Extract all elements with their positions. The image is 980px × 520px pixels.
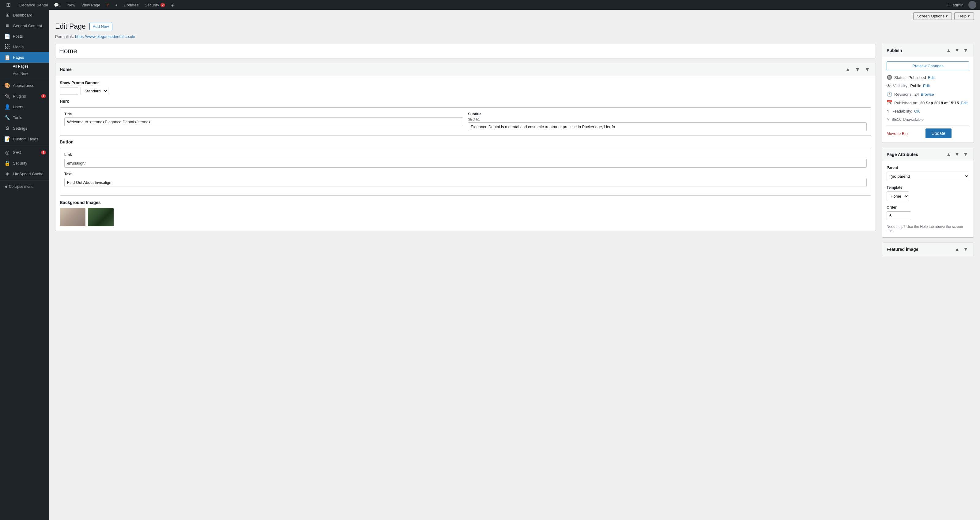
hero-title-input[interactable] bbox=[64, 117, 463, 126]
feat-img-down-button[interactable]: ▼ bbox=[962, 246, 969, 253]
publish-up-button[interactable]: ▲ bbox=[945, 47, 952, 54]
help-button[interactable]: Help ▾ bbox=[954, 12, 974, 20]
sidebar-item-pages[interactable]: 📋 Pages bbox=[0, 52, 49, 63]
litespeed-icon: ◈ bbox=[4, 171, 10, 177]
sidebar-item-general-content[interactable]: ≡ General Content bbox=[0, 21, 49, 31]
promo-banner-label: Show Promo Banner bbox=[60, 81, 871, 85]
text-input[interactable] bbox=[64, 178, 867, 187]
calendar-icon: 📅 bbox=[886, 100, 892, 106]
revisions-browse-link[interactable]: Browse bbox=[921, 92, 934, 97]
sidebar-subitem-add-new[interactable]: Add New bbox=[0, 70, 49, 78]
readability-value[interactable]: OK bbox=[914, 109, 920, 114]
adminbar-view-page[interactable]: View Page bbox=[78, 0, 103, 10]
subtitle-col: Subtitle SEO h1 bbox=[468, 112, 867, 131]
sidebar-item-tools[interactable]: 🔧 Tools bbox=[0, 112, 49, 123]
post-editor: Home ▲ ▼ ▼ Show Promo Banner bbox=[55, 44, 876, 236]
adminbar-new[interactable]: New bbox=[64, 0, 78, 10]
yoast-icon: Y bbox=[107, 3, 109, 7]
sidebar: ⊞ Dashboard ≡ General Content 📄 Posts 🖼 … bbox=[0, 10, 49, 520]
page-attr-down-button[interactable]: ▼ bbox=[953, 151, 961, 158]
template-select[interactable]: Home bbox=[886, 192, 909, 201]
link-field: Link bbox=[64, 153, 867, 168]
publish-divider bbox=[886, 125, 969, 125]
sidebar-item-litespeed[interactable]: ◈ LiteSpeed Cache bbox=[0, 168, 49, 179]
sidebar-item-users[interactable]: 👤 Users bbox=[0, 101, 49, 112]
title-col: Title bbox=[64, 112, 463, 131]
readability-label: Readability: bbox=[891, 109, 912, 114]
published-date: 20 Sep 2018 at 15:15 bbox=[920, 101, 959, 105]
promo-banner-input[interactable] bbox=[60, 87, 78, 95]
metabox-down-button[interactable]: ▼ bbox=[854, 66, 861, 73]
page-title-input[interactable] bbox=[55, 44, 876, 59]
published-edit-link[interactable]: Edit bbox=[961, 101, 967, 105]
page-attr-title: Page Attributes bbox=[886, 152, 918, 157]
order-label: Order bbox=[886, 205, 969, 209]
visibility-edit-link[interactable]: Edit bbox=[923, 84, 930, 88]
adminbar-circle[interactable]: ● bbox=[112, 0, 121, 10]
promo-banner-select[interactable]: Standard bbox=[81, 87, 108, 95]
hero-subtitle-input[interactable] bbox=[468, 122, 867, 131]
adminbar-diamond[interactable]: ◈ bbox=[168, 0, 177, 10]
home-metabox-body: Show Promo Banner Standard Hero bbox=[56, 76, 875, 231]
readability-row: Y Readability: OK bbox=[886, 109, 969, 114]
move-to-bin-link[interactable]: Move to Bin bbox=[886, 131, 908, 136]
sidebar-item-label: Users bbox=[13, 105, 23, 109]
visibility-icon: 👁 bbox=[886, 83, 891, 89]
sidebar-item-custom-fields[interactable]: 📝 Custom Fields bbox=[0, 134, 49, 144]
bg-image-1[interactable] bbox=[60, 208, 86, 226]
sidebar-item-security[interactable]: 🔒 Security bbox=[0, 158, 49, 168]
adminbar-comments[interactable]: 💬 1 bbox=[51, 0, 64, 10]
home-metabox-title: Home bbox=[60, 67, 72, 72]
sidebar-item-dashboard[interactable]: ⊞ Dashboard bbox=[0, 10, 49, 21]
metabox-close-button[interactable]: ▼ bbox=[863, 66, 871, 73]
parent-select[interactable]: (no parent) bbox=[886, 171, 969, 181]
sidebar-item-settings[interactable]: ⚙ Settings bbox=[0, 123, 49, 134]
sidebar-item-posts[interactable]: 📄 Posts bbox=[0, 31, 49, 41]
preview-changes-button[interactable]: Preview Changes bbox=[886, 62, 969, 70]
sidebar-item-appearance[interactable]: 🎨 Appearance bbox=[0, 80, 49, 91]
collapse-menu-button[interactable]: ◀ Collapse menu bbox=[0, 182, 49, 191]
publish-header-controls: ▲ ▼ ▼ bbox=[945, 47, 969, 54]
page-title: Edit Page bbox=[55, 22, 86, 30]
update-button[interactable]: Update bbox=[926, 128, 951, 138]
order-input[interactable] bbox=[886, 211, 911, 220]
sidebar-item-label: Pages bbox=[13, 55, 24, 60]
appearance-icon: 🎨 bbox=[4, 82, 10, 89]
sidebar-item-plugins[interactable]: 🔌 Plugins 1 bbox=[0, 91, 49, 101]
adminbar-security[interactable]: Security 2 bbox=[142, 0, 169, 10]
featured-image-box: Featured image ▲ ▼ bbox=[882, 243, 974, 256]
adminbar-site-name[interactable]: Elegance Dental bbox=[16, 0, 51, 10]
sidebar-item-label: Appearance bbox=[13, 83, 34, 88]
metabox-up-button[interactable]: ▲ bbox=[844, 66, 852, 73]
adminbar-yoast[interactable]: Y bbox=[103, 0, 112, 10]
feat-img-up-button[interactable]: ▲ bbox=[953, 246, 961, 253]
publish-close-button[interactable]: ▼ bbox=[962, 47, 969, 54]
title-field-label: Title bbox=[64, 112, 463, 116]
status-edit-link[interactable]: Edit bbox=[928, 75, 935, 80]
collapse-label: Collapse menu bbox=[9, 184, 33, 189]
sidebar-item-media[interactable]: 🖼 Media bbox=[0, 41, 49, 52]
avatar bbox=[968, 1, 976, 9]
sidebar-item-seo[interactable]: ◎ SEO 1 bbox=[0, 147, 49, 158]
screen-options-button[interactable]: Screen Options ▾ bbox=[913, 12, 952, 20]
link-input[interactable] bbox=[64, 159, 867, 168]
adminbar-hi-admin[interactable]: Hi, admin bbox=[943, 0, 967, 10]
page-attr-up-button[interactable]: ▲ bbox=[945, 151, 952, 158]
status-label: Status: bbox=[894, 75, 907, 80]
adminbar-updates[interactable]: Updates bbox=[121, 0, 142, 10]
seo-value: Unavailable bbox=[903, 117, 924, 122]
seo-icon: ◎ bbox=[4, 150, 10, 155]
post-body: Home ▲ ▼ ▼ Show Promo Banner bbox=[55, 44, 974, 256]
permalink-url[interactable]: https://www.elegancedental.co.uk/ bbox=[75, 34, 135, 39]
bg-image-2[interactable] bbox=[88, 208, 114, 226]
sidebar-item-label: Dashboard bbox=[13, 13, 32, 17]
chevron-down-icon-help: ▾ bbox=[968, 14, 970, 18]
sidebar-subitem-all-pages[interactable]: All Pages bbox=[0, 63, 49, 70]
page-attr-close-button[interactable]: ▼ bbox=[962, 151, 969, 158]
pages-icon: 📋 bbox=[4, 54, 10, 60]
publish-down-button[interactable]: ▼ bbox=[953, 47, 961, 54]
admin-bar: ⊞ Elegance Dental 💬 1 New View Page Y ● … bbox=[0, 0, 980, 10]
add-new-button[interactable]: Add New bbox=[89, 23, 112, 30]
wp-logo-icon[interactable]: ⊞ bbox=[4, 2, 13, 8]
users-icon: 👤 bbox=[4, 104, 10, 110]
